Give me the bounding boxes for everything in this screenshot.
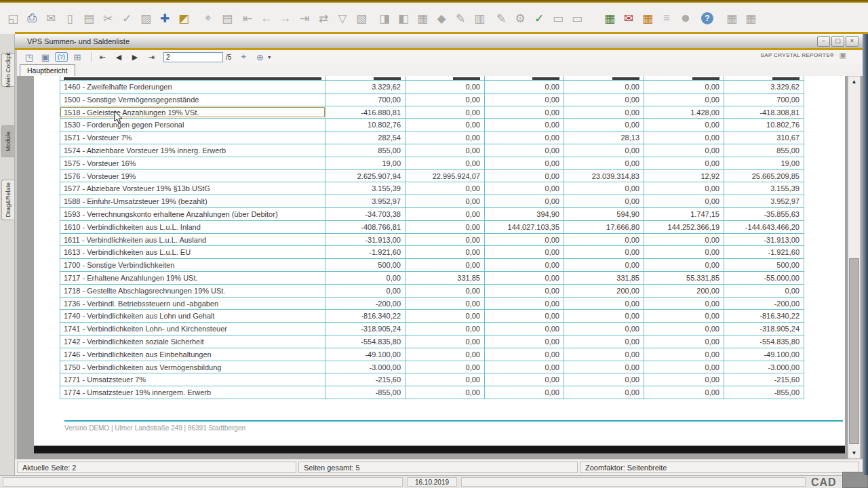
account-cell[interactable]: 1742 - Verbindlichkeiten soziale Sicherh… [60,336,326,348]
notes-icon[interactable]: ▤ [218,10,236,26]
parameter-panel-toggle[interactable]: (?) [55,52,68,62]
table-row[interactable]: 1774 - Umsatzsteuer 19% innergem. Erwerb… [60,386,804,399]
table-row[interactable]: 1610 - Verbindlichkeiten aus L.u.L. Inla… [60,221,804,234]
filter-icon[interactable]: ▽ [334,10,351,26]
doc-pdf-icon[interactable]: ▨ [137,10,155,26]
close-button[interactable]: × [846,36,859,47]
account-cell[interactable]: 1613 - Verbindlichkeiten aus L.u.L. EU [60,246,326,258]
page-number-input[interactable] [163,52,223,62]
table-row[interactable]: 1588 - Einfuhr-Umsatzsteuer 19% (bezahlt… [60,195,804,208]
account-cell[interactable]: 1741 - Verbindlichkeiten Lohn- und Kirch… [60,323,326,335]
table-row[interactable]: 1741 - Verbindlichkeiten Lohn- und Kirch… [60,323,804,336]
account-cell[interactable]: 1530 - Forderungen gegen Personal [60,119,326,131]
table-row[interactable]: 1750 - Verbindlichkeiten aus Vermögensbi… [60,361,804,374]
table-row[interactable]: 1746 - Verbindlichkeiten aus Einbehaltun… [60,348,804,361]
restore-button[interactable]: ▢ [831,36,844,47]
account-cell[interactable]: 1518 - Geleistete Anzahlungen 19% VSt. [60,106,326,119]
cut-doc-icon[interactable]: ✂ [99,10,117,26]
org-chart-icon[interactable]: ≡ [658,10,675,26]
account-cell[interactable]: 1577 - Abziebare Vorsteuer 19% §13b UStG [60,182,326,195]
prev-record-icon[interactable]: ← [258,10,275,26]
scroll-down-icon[interactable]: ▼ [848,448,860,458]
account-cell[interactable]: 1750 - Verbindlichkeiten aus Vermögensbi… [60,361,326,373]
account-cell[interactable]: 1717 - Erhaltene Anzahlungen 19% USt. [60,272,326,284]
comment-alt-icon[interactable]: ▭ [568,10,586,26]
table-row[interactable]: 1574 - Abziehbare Vorsteuer 19% innerg. … [60,144,804,157]
table-row[interactable]: 1530 - Forderungen gegen Personal10.802,… [60,119,804,131]
refresh-icon[interactable]: ⇄ [315,10,332,26]
doc-preview-icon[interactable]: ◱ [4,10,22,26]
calculator-icon[interactable]: ▦ [723,10,741,26]
account-cell[interactable]: 1700 - Sonstige Verbindlichkeiten [60,259,326,271]
table-row[interactable]: 1771 - Umsatzsteuer 7%-215,600,000,000,0… [60,373,804,386]
doc-approved-icon[interactable]: ✓ [530,10,548,26]
next-record-icon[interactable]: → [277,10,294,26]
doc-gear-icon[interactable]: ⚙ [511,10,529,26]
table-row[interactable]: 1518 - Geleistete Anzahlungen 19% VSt.-4… [60,106,804,119]
user-icon[interactable]: ☻ [677,10,694,26]
table-row[interactable]: 1700 - Sonstige Verbindlichkeiten500,000… [60,259,804,272]
account-cell[interactable]: 1740 - Verbindlichkeiten aus Lohn und Ge… [60,310,326,322]
crystal-menu-icon[interactable]: ▣ [840,51,846,60]
account-cell[interactable]: 1736 - Verbindl. Betriebssteuern und -ab… [60,298,326,310]
copy-report-icon[interactable]: ▣ [39,52,52,62]
binoculars-icon[interactable]: ⌖ [199,10,217,26]
previous-page-button[interactable]: ◀ [112,52,125,62]
copy-icon[interactable]: ▤ [80,10,98,26]
minimize-button[interactable]: − [817,36,830,47]
payment-icon[interactable]: ◆ [433,10,450,26]
account-cell[interactable]: 1611 - Verbindlichkeiten aus L.u.L. Ausl… [60,234,326,246]
table-row[interactable]: 1736 - Verbindl. Betriebssteuern und -ab… [60,298,804,310]
help-icon[interactable]: ? [701,12,713,24]
account-cell[interactable]: 1460 - Zweifelhafte Forderungen [60,81,326,93]
table-row[interactable]: 1500 - Sonstige Vermögensgegenstände700,… [60,94,804,106]
dock-tab-module[interactable]: Module [1,125,14,157]
export-doc-icon[interactable]: ◧ [395,10,412,26]
find-icon[interactable]: ⌖ [237,52,250,62]
send-mobile-icon[interactable]: ▯ [61,10,79,26]
table-row[interactable]: 1718 - Gestellte Abschlagsrechnungen 19%… [60,285,804,298]
card-index-icon[interactable]: ▥ [471,10,488,26]
scrollbar-thumb[interactable] [849,258,859,444]
mail-alert-icon[interactable]: ✉ [620,10,637,26]
tab-hauptbericht[interactable]: Hauptbericht [20,64,75,76]
table-row[interactable]: 1742 - Verbindlichkeiten soziale Sicherh… [60,336,804,348]
pencil-icon[interactable]: ✎ [492,10,510,26]
report-doc-icon[interactable]: ▦ [414,10,431,26]
export-report-icon[interactable]: ◳ [22,52,36,62]
calculator-alt-icon[interactable]: ▦ [742,10,760,26]
next-page-button[interactable]: ▶ [128,52,142,62]
account-cell[interactable]: 1718 - Gestellte Abschlagsrechnungen 19%… [60,285,326,297]
account-cell[interactable]: 1746 - Verbindlichkeiten aus Einbehaltun… [60,348,326,361]
table-row[interactable]: 1577 - Abziebare Vorsteuer 19% §13b UStG… [60,182,804,195]
dock-tab-drag-relate[interactable]: Drag&Relate [1,180,14,220]
table-row[interactable]: 1593 - Verrechnungskonto erhaltene Anzah… [60,208,804,221]
account-cell[interactable]: 1593 - Verrechnungskonto erhaltene Anzah… [60,208,326,220]
account-cell[interactable]: 1571 - Vorsteuer 7% [60,131,326,144]
account-cell[interactable]: 1574 - Abziehbare Vorsteuer 19% innerg. … [60,144,326,157]
zoom-dropdown-caret[interactable]: ▾ [268,54,271,60]
table-row[interactable]: 1611 - Verbindlichkeiten aus L.u.L. Ausl… [60,234,804,247]
account-cell[interactable]: 1771 - Umsatzsteuer 7% [60,373,326,386]
first-record-icon[interactable]: ⇤ [239,10,256,26]
dock-tab-mein-cockpit[interactable]: Mein Cockpit [1,53,14,87]
first-page-button[interactable]: ⇤ [96,52,109,62]
vertical-scrollbar[interactable]: ▲ ▼ [848,76,861,459]
calendar-tasks-icon[interactable]: ▦ [601,10,618,26]
scroll-up-icon[interactable]: ▲ [848,77,860,87]
last-record-icon[interactable]: ⇥ [296,10,313,26]
table-row[interactable]: 1460 - Zweifelhafte Forderungen3.329,620… [60,81,804,94]
email-icon[interactable]: ✉ [42,10,60,26]
account-cell[interactable]: 1576 - Vorsteuer 19% [60,170,326,182]
table-row[interactable]: 1575 - Vorsteuer 16%19,000,000,000,000,0… [60,157,804,170]
picture-icon[interactable]: ▧ [353,10,370,26]
chart-edit-icon[interactable]: ✎ [452,10,469,26]
last-page-button[interactable]: ⇥ [144,52,158,62]
move-icon[interactable]: ✚ [156,10,174,26]
import-doc-icon[interactable]: ◨ [376,10,393,26]
account-cell[interactable]: 1588 - Einfuhr-Umsatzsteuer 19% (bezahlt… [60,195,326,207]
comment-icon[interactable]: ▭ [549,10,567,26]
account-cell[interactable]: 1575 - Vorsteuer 16% [60,157,326,169]
table-row[interactable]: 1613 - Verbindlichkeiten aus L.u.L. EU-1… [60,246,804,259]
table-row[interactable]: 1717 - Erhaltene Anzahlungen 19% USt.0,0… [60,272,804,285]
